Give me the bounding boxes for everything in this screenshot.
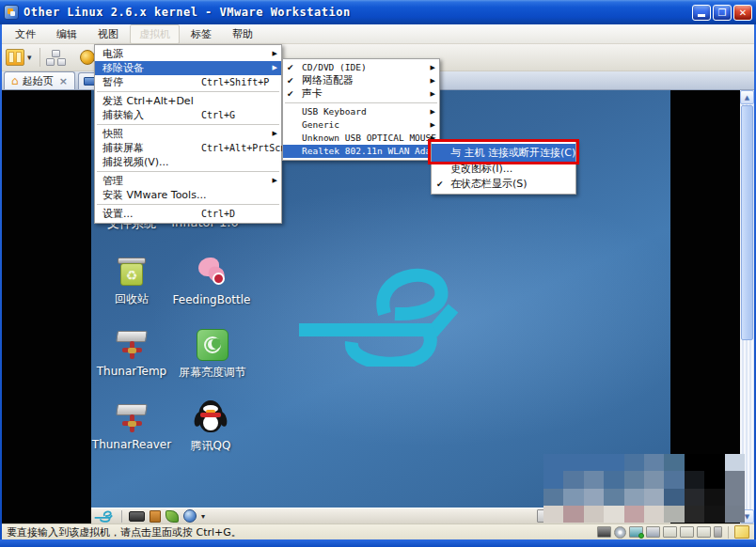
brightness-icon: [197, 329, 228, 361]
xiaopan-logo-icon[interactable]: [94, 509, 115, 523]
vmware-app-icon: [4, 5, 19, 20]
recycle-bin-icon: ♻: [117, 258, 147, 288]
desktop-wallpaper-logo: [293, 261, 477, 367]
tab-close-icon[interactable]: ×: [59, 75, 68, 87]
snapshot-icon[interactable]: [80, 50, 95, 65]
printer-port-status-icon[interactable]: [697, 526, 711, 538]
toolbar-separator: [39, 48, 40, 67]
sound-status-icon[interactable]: [646, 526, 660, 538]
tab-home-label: 起始页: [23, 74, 54, 88]
window-frame-left: [0, 24, 2, 539]
serial-port-status-icon[interactable]: [663, 526, 677, 538]
minimize-button[interactable]: [692, 5, 711, 21]
titlebar: Other Linux 2.6.x kernel - VMware Workst…: [0, 0, 756, 24]
menu-item-send-ctrl-alt-del[interactable]: 发送 Ctrl+Alt+Del: [95, 94, 281, 108]
submenu-arrow-icon: ▶: [431, 87, 435, 101]
menu-item-grab-input[interactable]: 捕获输入 Ctrl+G: [95, 108, 281, 122]
check-icon: ✔: [436, 177, 444, 192]
menu-item-cd-dvd[interactable]: ✔ CD/DVD (IDE) ▶: [283, 61, 439, 74]
home-icon: ⌂: [11, 74, 19, 87]
vm-menu-popup: 电源 ▶ 移除设备 ▶ 暂停 Ctrl+Shift+P 发送 Ctrl+Alt+…: [94, 44, 282, 224]
editor-leaf-icon[interactable]: [165, 510, 179, 523]
submenu-arrow-icon: ▶: [431, 61, 435, 74]
scroll-up-button[interactable]: ▲: [740, 90, 754, 104]
faucet-icon: [113, 400, 150, 436]
desktop-icon-thunartemp[interactable]: ThunarTemp: [91, 327, 174, 378]
submenu-arrow-icon: ▶: [431, 105, 435, 118]
submenu-arrow-icon: ▶: [273, 174, 277, 188]
menu-item-realtek-wlan-adapter[interactable]: Realtek 802.11n WLAN Adapter ▶: [283, 145, 439, 158]
tips-note-icon[interactable]: [734, 525, 749, 539]
menu-vm[interactable]: 虚拟机: [130, 24, 180, 44]
submenu-arrow-icon: ▶: [273, 47, 277, 61]
submenu-arrow-icon: ▶: [431, 74, 435, 87]
qq-penguin-icon: [195, 400, 227, 436]
check-icon: ✔: [287, 74, 294, 87]
statusbar: 要直接输入到该虚拟机，请点击里面或按 Ctrl+G。: [2, 524, 754, 539]
scrollbar-thumb[interactable]: [741, 105, 753, 340]
menu-item-usb-optical-mouse[interactable]: Unknown USB OPTICAL MOUSE ▶: [283, 132, 439, 145]
menu-separator: [97, 171, 279, 172]
submenu-arrow-icon: ▶: [431, 118, 435, 132]
check-icon: ✔: [287, 61, 294, 74]
menu-item-capture-video[interactable]: 捕捉视频(V)...: [95, 155, 281, 169]
team-computers-icon[interactable]: [46, 49, 67, 67]
menu-item-network-adapter[interactable]: ✔ 网络适配器 ▶: [283, 74, 439, 87]
menu-file[interactable]: 文件: [6, 24, 45, 44]
menu-item-power[interactable]: 电源 ▶: [95, 47, 281, 61]
desktop-icon-qq[interactable]: 腾讯QQ: [168, 400, 253, 454]
menu-separator: [285, 102, 437, 103]
menu-edit[interactable]: 编辑: [47, 24, 87, 44]
menu-item-capture-screen[interactable]: 捕获屏幕 Ctrl+Alt+PrtScn: [95, 141, 281, 155]
menu-help[interactable]: 帮助: [223, 24, 262, 44]
taskbar-separator: [121, 510, 122, 523]
window-frame-bottom: [0, 539, 756, 547]
layout-panels-icon[interactable]: [6, 49, 24, 66]
menu-separator: [97, 91, 279, 92]
cd-status-icon[interactable]: [614, 526, 626, 539]
browser-globe-icon[interactable]: [183, 509, 197, 523]
chevron-down-icon[interactable]: ▾: [27, 53, 32, 62]
desktop-icon-thunarreaver[interactable]: ThunarReaver: [91, 400, 174, 451]
restore-button[interactable]: ❐: [713, 5, 732, 21]
menu-item-generic[interactable]: Generic ▶: [283, 118, 439, 132]
desktop-icon-recycle-bin[interactable]: ♻ 回收站: [91, 258, 174, 307]
menu-item-removable-devices[interactable]: 移除设备 ▶: [95, 61, 281, 75]
menu-item-pause[interactable]: 暂停 Ctrl+Shift+P: [95, 75, 281, 89]
menu-item-settings[interactable]: 设置... Ctrl+D: [95, 207, 281, 221]
floppy-status-icon[interactable]: [680, 526, 694, 538]
computer-icon[interactable]: [129, 511, 145, 522]
menu-item-connect-disconnect-host[interactable]: 与 主机 连接或断开连接(C): [432, 144, 575, 162]
hard-disk-status-icon[interactable]: [597, 526, 611, 538]
menu-item-sound-card[interactable]: ✔ 声卡 ▶: [283, 87, 439, 101]
desktop-icon-brightness[interactable]: 屏幕亮度调节: [170, 329, 255, 381]
minimize-icon: [698, 14, 705, 17]
desktop-icon-feedingbottle[interactable]: FeedingBottle: [166, 256, 257, 306]
submenu-arrow-icon: ▶: [273, 127, 277, 141]
menu-item-change-icon[interactable]: 更改图标(I)...: [432, 162, 575, 177]
devices-submenu-popup: ✔ CD/DVD (IDE) ▶ ✔ 网络适配器 ▶ ✔ 声卡 ▶ USB Ke…: [282, 58, 440, 161]
realtek-submenu-popup: 与 主机 连接或断开连接(C) 更改图标(I)... ✔ 在状态栏显示(S): [431, 141, 576, 195]
menu-item-install-vmware-tools[interactable]: 安装 VMware Tools...: [95, 188, 281, 202]
network-status-icon[interactable]: [629, 526, 643, 538]
statusbar-message: 要直接输入到该虚拟机，请点击里面或按 Ctrl+G。: [7, 525, 242, 539]
chevron-down-icon[interactable]: ▾: [201, 512, 205, 521]
menu-item-show-in-status-bar[interactable]: ✔ 在状态栏显示(S): [432, 177, 575, 192]
mosaic-censor: [543, 454, 745, 523]
check-icon: ✔: [287, 87, 294, 101]
window-title: Other Linux 2.6.x kernel - VMware Workst…: [24, 6, 351, 19]
file-cabinet-icon[interactable]: [150, 510, 161, 523]
usb-status-icon[interactable]: [714, 526, 722, 538]
submenu-arrow-icon: ▶: [273, 61, 277, 75]
statusbar-separator: [728, 526, 729, 539]
menu-item-snapshot[interactable]: 快照 ▶: [95, 127, 281, 141]
menu-item-usb-keyboard[interactable]: USB Keyboard ▶: [283, 105, 439, 118]
feedingbottle-icon: [195, 256, 228, 291]
menu-separator: [97, 204, 279, 205]
menu-item-manage[interactable]: 管理 ▶: [95, 174, 281, 188]
menu-view[interactable]: 视图: [88, 24, 128, 44]
tab-home[interactable]: ⌂ 起始页 ×: [4, 71, 75, 89]
close-button[interactable]: ✕: [733, 5, 752, 21]
menubar: 文件 编辑 视图 虚拟机 标签 帮助: [0, 24, 756, 44]
menu-tabs[interactable]: 标签: [181, 24, 221, 44]
